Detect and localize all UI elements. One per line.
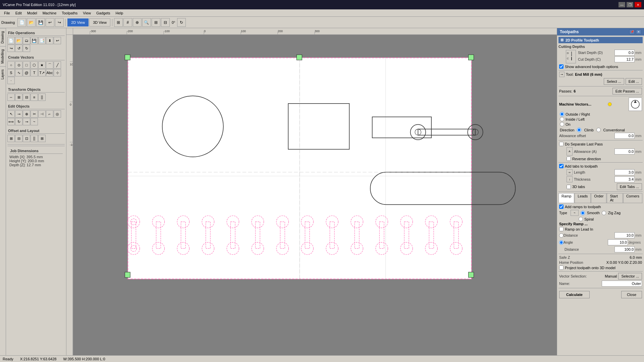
tool-abc[interactable]: Abc bbox=[46, 69, 53, 76]
tab-modelling[interactable]: Modelling bbox=[0, 46, 6, 66]
tool-scurve[interactable]: S bbox=[7, 69, 15, 76]
tool-undo2[interactable]: ↺ bbox=[15, 45, 22, 52]
add-tabs-checkbox[interactable] bbox=[559, 164, 564, 168]
inside-left-radio[interactable] bbox=[560, 117, 564, 121]
tool-open[interactable]: 📂 bbox=[15, 37, 22, 44]
add-ramps-checkbox[interactable] bbox=[559, 204, 564, 209]
tool-line[interactable]: ╱ bbox=[54, 61, 61, 69]
menu-toolpaths[interactable]: Toolpaths bbox=[59, 10, 80, 16]
tool-trim[interactable]: ✂ bbox=[31, 110, 38, 118]
edit-tool-btn[interactable]: Edit ... bbox=[626, 78, 642, 85]
slp-reverse-checkbox[interactable] bbox=[567, 157, 571, 161]
slp-allowance-input[interactable] bbox=[614, 148, 635, 155]
tool-wave[interactable]: ∿ bbox=[15, 69, 22, 76]
start-at-tab[interactable]: Start At bbox=[607, 193, 623, 203]
allowance-input[interactable] bbox=[614, 133, 635, 139]
tool-save[interactable]: 💾 bbox=[31, 37, 38, 44]
tool-fillet[interactable]: ⌐ bbox=[46, 110, 53, 118]
edit-passes-btn[interactable]: Edit Passes ... bbox=[612, 88, 642, 95]
tool-openfile[interactable]: 🗂 bbox=[23, 37, 30, 44]
on-radio[interactable] bbox=[560, 122, 564, 126]
tool-nesting[interactable]: ⊟ bbox=[15, 135, 22, 142]
close-btn[interactable]: Close bbox=[621, 291, 642, 298]
tool-spiral[interactable]: @ bbox=[23, 69, 30, 76]
menu-edit[interactable]: Edit bbox=[13, 10, 24, 16]
edit-tabs-btn[interactable]: Edit Tabs ... bbox=[617, 183, 642, 190]
tab-layers[interactable]: Layers bbox=[0, 66, 6, 82]
toolbar-redo[interactable]: ↪ bbox=[55, 18, 64, 27]
toolbar-undo[interactable]: ↩ bbox=[46, 18, 54, 27]
view-3d-button[interactable]: 3D View bbox=[89, 18, 110, 26]
outside-right-radio[interactable] bbox=[560, 112, 564, 116]
conventional-radio[interactable] bbox=[596, 128, 601, 132]
tool-mirror[interactable]: ⟺ bbox=[7, 118, 15, 125]
toolbar-open[interactable]: 📂 bbox=[27, 18, 36, 27]
ramp-angle-input[interactable] bbox=[608, 239, 628, 245]
tool-import[interactable]: ⬇ bbox=[46, 37, 53, 44]
select-tool-btn[interactable]: Select ... bbox=[604, 78, 624, 85]
menu-model[interactable]: Model bbox=[24, 10, 40, 16]
tool-move[interactable]: ↔ bbox=[7, 94, 15, 101]
tb-zoomin[interactable]: ⊞ bbox=[152, 18, 160, 27]
tool-rect[interactable]: □ bbox=[23, 61, 30, 69]
menu-view[interactable]: View bbox=[80, 10, 94, 16]
tool-redo2[interactable]: ↻ bbox=[23, 45, 30, 52]
menu-help[interactable]: Help bbox=[113, 10, 126, 16]
tool-point[interactable]: · bbox=[7, 77, 15, 84]
climb-radio[interactable] bbox=[577, 128, 581, 132]
tool-redo[interactable]: ↪ bbox=[7, 45, 15, 52]
tool-extend[interactable]: ⊣ bbox=[38, 110, 46, 118]
tool-text-curve[interactable]: T↗ bbox=[38, 69, 46, 76]
start-depth-input[interactable] bbox=[614, 50, 635, 56]
spiral-radio[interactable] bbox=[579, 217, 583, 221]
tool-polygon[interactable]: ⬡ bbox=[31, 61, 38, 69]
tool-weld[interactable]: ⊕ bbox=[23, 110, 30, 118]
tab-thickness-input[interactable] bbox=[614, 176, 635, 182]
project-3d-checkbox[interactable] bbox=[559, 265, 564, 270]
tool-saveas[interactable]: 📑 bbox=[38, 37, 46, 44]
tool-slice[interactable]: ⊸ bbox=[23, 118, 30, 125]
tb-fit[interactable]: ⊞ bbox=[114, 18, 123, 27]
canvas-viewport[interactable] bbox=[73, 35, 557, 355]
tool-step-repeat[interactable]: ⊞ bbox=[38, 135, 46, 142]
tb-zoom[interactable]: 🔍 bbox=[142, 18, 151, 27]
tb-zoomout[interactable]: ⊟ bbox=[161, 18, 170, 27]
tool-new[interactable]: 📄 bbox=[7, 37, 15, 44]
panel-close-btn[interactable]: ✕ bbox=[636, 29, 641, 34]
tab-drawing[interactable]: Drawing bbox=[0, 28, 6, 46]
leads-tab[interactable]: Leads bbox=[575, 193, 591, 203]
tool-select[interactable]: ↖ bbox=[7, 110, 15, 118]
corners-tab[interactable]: Corners bbox=[623, 193, 642, 203]
tool-text[interactable]: T bbox=[31, 69, 38, 76]
tool-offset2[interactable]: ⊞ bbox=[7, 135, 15, 142]
smooth-radio[interactable] bbox=[581, 211, 585, 215]
toolbar-new[interactable]: 📄 bbox=[17, 18, 26, 27]
cut-depth-input[interactable] bbox=[614, 56, 635, 62]
ramp-distance-input[interactable] bbox=[614, 232, 635, 238]
tool-circle[interactable]: ○ bbox=[7, 61, 15, 69]
distance-radio[interactable] bbox=[559, 233, 564, 238]
menu-machine[interactable]: Machine bbox=[40, 10, 59, 16]
tool-ungroup[interactable]: ⊟ bbox=[23, 94, 30, 101]
tab-length-input[interactable] bbox=[614, 169, 635, 175]
menu-gadgets[interactable]: Gadgets bbox=[94, 10, 113, 16]
tool-rotate2[interactable]: ↻ bbox=[15, 118, 22, 125]
tool-ellipse[interactable]: ⊙ bbox=[15, 61, 22, 69]
restore-button[interactable]: ❐ bbox=[627, 2, 633, 7]
view-2d-button[interactable]: 2D View bbox=[67, 18, 89, 26]
canvas-area[interactable]: -300 -200 -100 0 100 200 300 bbox=[66, 28, 557, 362]
panel-pin-btn[interactable]: 📌 bbox=[629, 29, 635, 34]
tb-snap[interactable]: ⊕ bbox=[133, 18, 142, 27]
tool-group[interactable]: ⊞ bbox=[15, 94, 22, 101]
ramp-distance2-input[interactable] bbox=[614, 246, 635, 252]
tool-undo[interactable]: ↩ bbox=[54, 37, 61, 44]
order-tab[interactable]: Order bbox=[591, 193, 606, 203]
zigzag-radio[interactable] bbox=[602, 211, 606, 215]
ramp-lead-in-checkbox[interactable] bbox=[559, 227, 564, 231]
angle-radio[interactable] bbox=[559, 240, 564, 245]
toolbar-save[interactable]: 💾 bbox=[36, 18, 45, 27]
tb-grid[interactable]: # bbox=[123, 18, 132, 27]
separate-last-pass-checkbox[interactable] bbox=[559, 142, 564, 146]
tool-array2[interactable]: ⣿ bbox=[31, 135, 38, 142]
tool-distribute[interactable]: ⣿ bbox=[38, 94, 46, 101]
